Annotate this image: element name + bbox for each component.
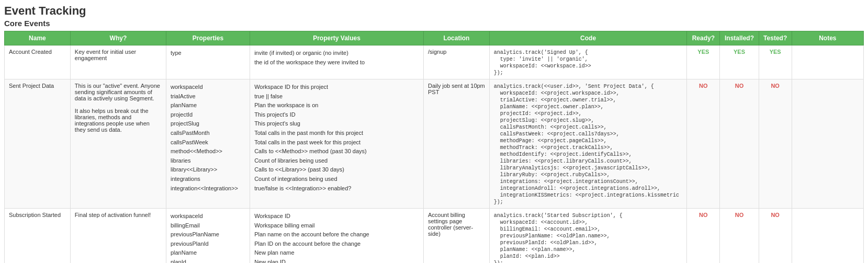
cell-tested: NO (759, 209, 792, 264)
cell-name: Sent Project Data (5, 79, 71, 209)
header-name: Name (5, 31, 71, 45)
header-installed: Installed? (720, 31, 759, 45)
cell-property-values: Workspace ID for this project true || fa… (250, 79, 424, 209)
cell-why: This is our "active" event. Anyone sendi… (70, 79, 166, 209)
cell-notes (792, 45, 863, 79)
code-block: analytics.track('Signed Up', { type: 'in… (494, 50, 591, 76)
code-block: analytics.track('Started Subscription', … (494, 213, 623, 263)
cell-tested: NO (759, 79, 792, 209)
cell-installed: NO (720, 79, 759, 209)
cell-name: Account Created (5, 45, 71, 79)
header-why: Why? (70, 31, 166, 45)
cell-location: /signup (423, 45, 489, 79)
header-property-values: Property Values (250, 31, 424, 45)
cell-notes (792, 79, 863, 209)
cell-property-values: Workspace ID Workspace billing email Pla… (250, 209, 424, 264)
code-block: analytics.track(<<user.id>>, 'Sent Proje… (494, 84, 679, 205)
cell-properties: workspaceId trialActive planName project… (166, 79, 250, 209)
cell-why: Final step of activation funnel! (70, 209, 166, 264)
cell-property-values: invite (if invited) or organic (no invit… (250, 45, 424, 79)
cell-tested: YES (759, 45, 792, 79)
header-ready: Ready? (687, 31, 720, 45)
cell-code: analytics.track('Started Subscription', … (489, 209, 687, 264)
cell-code: analytics.track('Signed Up', { type: 'in… (489, 45, 687, 79)
cell-ready: NO (687, 209, 720, 264)
table-row: Subscription StartedFinal step of activa… (5, 209, 864, 264)
cell-code: analytics.track(<<user.id>>, 'Sent Proje… (489, 79, 687, 209)
cell-location: Account billing settings page controller… (423, 209, 489, 264)
cell-properties: workspaceId billingEmail previousPlanNam… (166, 209, 250, 264)
cell-location: Daily job sent at 10pm PST (423, 79, 489, 209)
cell-ready: YES (687, 45, 720, 79)
cell-installed: YES (720, 45, 759, 79)
header-properties: Properties (166, 31, 250, 45)
header-code: Code (489, 31, 687, 45)
events-table: Name Why? Properties Property Values Loc… (4, 31, 864, 263)
cell-notes (792, 209, 863, 264)
cell-why: Key event for initial user engagement (70, 45, 166, 79)
header-notes: Notes (792, 31, 863, 45)
page-title: Event Tracking (4, 4, 864, 18)
header-location: Location (423, 31, 489, 45)
header-tested: Tested? (759, 31, 792, 45)
section-title: Core Events (4, 19, 864, 28)
cell-properties: type (166, 45, 250, 79)
cell-name: Subscription Started (5, 209, 71, 264)
cell-ready: NO (687, 79, 720, 209)
cell-installed: NO (720, 209, 759, 264)
table-row: Sent Project DataThis is our "active" ev… (5, 79, 864, 209)
table-row: Account CreatedKey event for initial use… (5, 45, 864, 79)
